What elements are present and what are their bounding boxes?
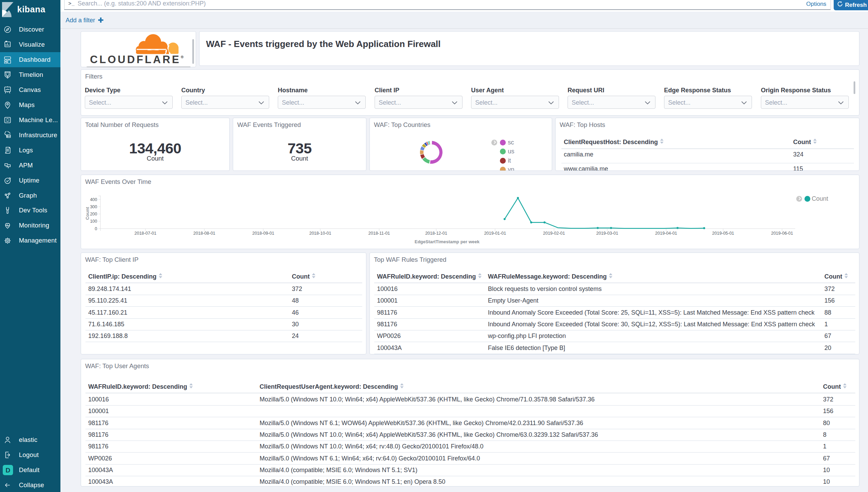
svg-text:200: 200 [90,212,97,216]
svg-text:2018-11-01: 2018-11-01 [368,231,390,236]
svg-text:2018-09-01: 2018-09-01 [252,231,274,236]
svg-text:2019-04-01: 2019-04-01 [655,231,677,236]
svg-text:2018-08-01: 2018-08-01 [193,231,215,236]
svg-text:2019-01-01: 2019-01-01 [484,231,506,236]
svg-text:2018-12-01: 2018-12-01 [425,231,447,236]
svg-text:Count: Count [85,207,90,220]
svg-text:2019-03-01: 2019-03-01 [596,231,618,236]
svg-text:2019-06-01: 2019-06-01 [771,231,793,236]
svg-text:100: 100 [90,219,97,224]
svg-text:2018-07-01: 2018-07-01 [135,231,157,236]
svg-text:2019-05-01: 2019-05-01 [712,231,734,236]
svg-text:300: 300 [90,204,97,209]
svg-text:D: D [5,467,10,474]
svg-text:400: 400 [90,197,97,202]
svg-text:2019-02-01: 2019-02-01 [543,231,565,236]
svg-text:2018-10-01: 2018-10-01 [309,231,331,236]
svg-text:0: 0 [95,226,97,231]
